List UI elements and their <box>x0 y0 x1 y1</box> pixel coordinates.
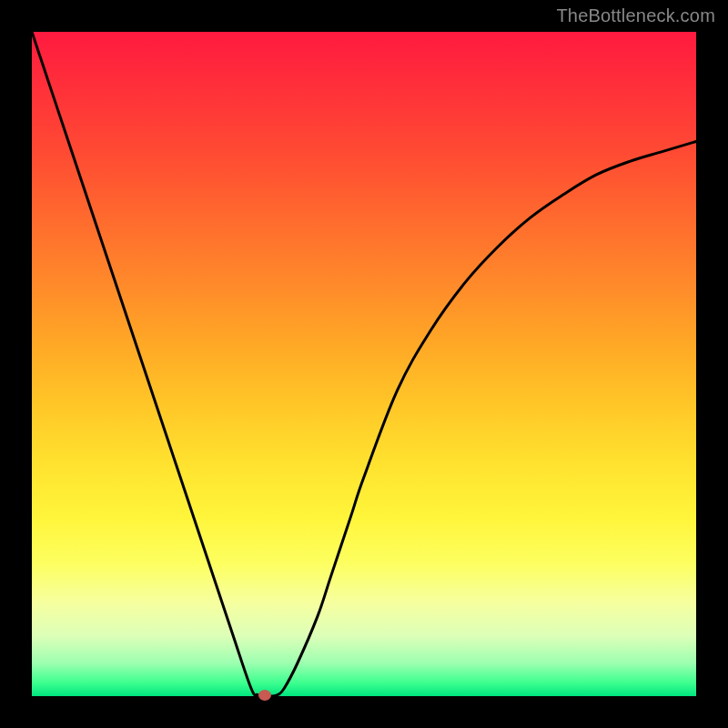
chart-frame: TheBottleneck.com <box>0 0 728 728</box>
gradient-plot-area <box>32 32 696 696</box>
v-curve-path <box>32 32 696 696</box>
watermark-text: TheBottleneck.com <box>556 5 715 26</box>
min-point-dot <box>258 690 271 701</box>
v-curve-svg <box>32 32 696 696</box>
